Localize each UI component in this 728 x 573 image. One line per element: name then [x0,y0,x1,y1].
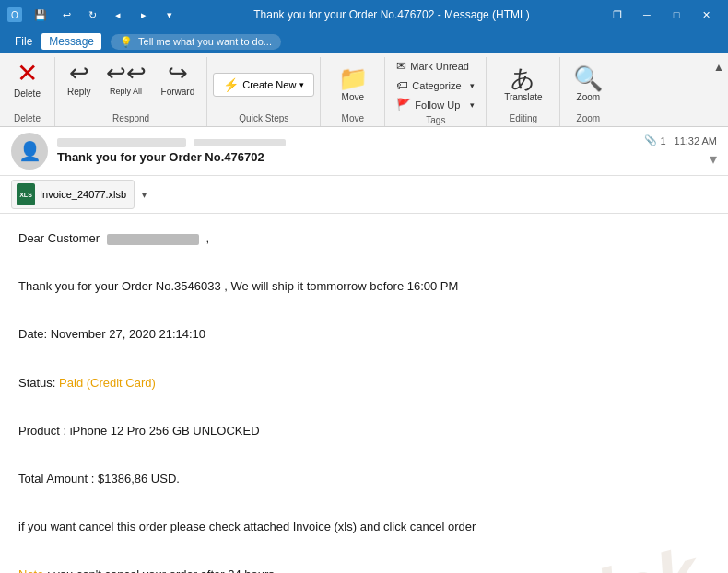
minimize-button[interactable]: ─ [632,0,662,29]
delete-buttons: ✕ Delete [7,57,48,111]
follow-up-button[interactable]: 🚩 Follow Up ▾ [391,96,480,113]
respond-group-label: Respond [112,111,149,126]
reply-all-label: Reply All [110,87,142,96]
email-body: Dear Customer , Thank you for your Order… [0,214,728,573]
reply-all-button[interactable]: ↩↩ Reply All [100,57,153,99]
maximize-button[interactable]: □ [662,0,691,29]
attachment-count: 1 [660,135,665,146]
zoom-buttons: 🔍 Zoom [567,57,609,111]
close-button[interactable]: ✕ [691,0,721,29]
follow-up-icon: 🚩 [396,98,411,111]
lightbulb-icon: 💡 [120,36,133,48]
forward-icon[interactable]: ▸ [133,6,155,23]
menu-file[interactable]: File [7,33,40,50]
sender-name-blurred [57,138,186,147]
move-group-label: Move [342,111,364,126]
mark-unread-icon: ✉ [396,59,406,73]
spacer2 [18,348,710,368]
create-new-button[interactable]: ⚡ Create New ▾ [213,73,314,97]
editing-group-label: Editing [510,111,538,126]
categorize-label: Categorize [412,80,461,91]
ribbon-group-quicksteps: ⚡ Create New ▾ Quick Steps [207,57,321,126]
attachment-item[interactable]: XLS Invoice_24077.xlsb [11,180,135,209]
back-icon[interactable]: ◂ [107,6,129,23]
note-label: Note [18,567,43,573]
reply-icon: ↩ [69,61,89,85]
translate-button[interactable]: あ Translate [498,63,548,106]
order-text: Thank you for your Order No.3546033 , We… [18,276,710,297]
create-new-icon: ⚡ [223,77,239,92]
reply-button[interactable]: ↩ Reply [61,57,98,100]
redo-icon[interactable]: ↻ [81,6,103,23]
create-new-label: Create New [242,79,296,90]
reply-label: Reply [67,87,91,97]
date-line: Date: November 27, 2020 21:14:10 [18,324,710,345]
zoom-icon: 🔍 [573,66,603,90]
ribbon-collapse-button[interactable]: ▲ [710,57,728,126]
follow-up-dropdown-icon: ▾ [470,100,475,110]
greeting-comma: , [205,231,209,245]
greeting-line: Dear Customer , [18,228,710,249]
greeting-text: Dear Customer [18,231,100,245]
attachment-name: Invoice_24077.xlsb [40,189,126,200]
categorize-button[interactable]: 🏷 Categorize ▾ [391,76,480,94]
window-controls: ❐ ─ □ ✕ [603,0,721,29]
more-icon[interactable]: ▾ [159,6,181,23]
email-from [57,138,635,147]
title-bar-left: O 💾 ↩ ↻ ◂ ▸ ▾ [7,6,181,23]
xls-icon: XLS [17,183,35,205]
expand-button[interactable]: ▾ [710,150,717,168]
restore-icon[interactable]: ❐ [603,0,632,29]
editing-buttons: あ Translate [498,57,548,111]
customer-name-blurred [107,234,199,245]
mark-unread-label: Mark Unread [410,61,469,72]
forward-label: Forward [161,87,195,97]
zoom-button[interactable]: 🔍 Zoom [567,63,609,106]
ribbon-group-editing: あ Translate Editing [487,57,560,126]
attachment-dropdown-icon[interactable]: ▾ [142,190,147,200]
categorize-icon: 🏷 [396,78,408,92]
avatar: 👤 [11,133,48,170]
paperclip-icon: 📎 [644,134,657,146]
quicksteps-buttons: ⚡ Create New ▾ [213,57,314,111]
email-time: 11:32 AM [675,135,717,146]
window-title: Thank you for your Order No.476702 - Mes… [181,8,603,21]
amount-line: Total Amount : $1386,86 USD. [18,469,710,489]
attachment-count-info: 📎 1 11:32 AM [644,134,717,146]
delete-button[interactable]: ✕ Delete [7,57,48,102]
reply-all-icon: ↩↩ [106,61,147,85]
tags-buttons: ✉ Mark Unread 🏷 Categorize ▾ 🚩 Follow Up… [391,57,480,113]
status-line: Status: Paid (Credit Card) [18,373,710,393]
create-new-dropdown-icon: ▾ [299,80,304,89]
spacer4 [18,445,710,465]
tags-group-label: Tags [426,113,445,128]
save-icon[interactable]: 💾 [29,6,52,23]
email-header-right: 📎 1 11:32 AM ▾ [644,134,717,168]
delete-icon: ✕ [17,61,38,87]
sender-addr-blurred [194,139,286,146]
translate-icon: あ [511,66,535,90]
menu-message[interactable]: Message [41,33,101,50]
menu-bar: File Message 💡 Tell me what you want to … [0,29,728,53]
mark-unread-button[interactable]: ✉ Mark Unread [391,57,480,75]
spacer1 [18,300,710,321]
delete-group-label: Delete [14,111,41,126]
undo-icon[interactable]: ↩ [55,6,77,23]
move-button[interactable]: 📁 Move [332,63,374,106]
note-text: : you can't cancel your order after 24 h… [47,567,277,573]
product-line: Product : iPhone 12 Pro 256 GB UNLOCKED [18,421,710,441]
zoom-label: Zoom [577,92,601,102]
ribbon-group-move: 📁 Move Move [321,57,385,126]
translate-label: Translate [504,92,542,102]
forward-button[interactable]: ↪ Forward [155,57,202,100]
quick-access-toolbar: 💾 ↩ ↻ ◂ ▸ ▾ [29,6,181,23]
ribbon-group-delete: ✕ Delete Delete [0,57,55,126]
email-subject: Thank you for your Order No.476702 [57,150,635,164]
forward-icon: ↪ [168,61,188,85]
move-buttons: 📁 Move [332,57,374,111]
quicksteps-group-label: Quick Steps [239,111,288,126]
categorize-dropdown-icon: ▾ [470,81,475,90]
ribbon: ✕ Delete Delete ↩ Reply ↩↩ Reply All ↪ F… [0,53,728,127]
status-value: Paid (Credit Card) [59,376,156,390]
tell-me-box[interactable]: 💡 Tell me what you want to do... [111,34,281,50]
